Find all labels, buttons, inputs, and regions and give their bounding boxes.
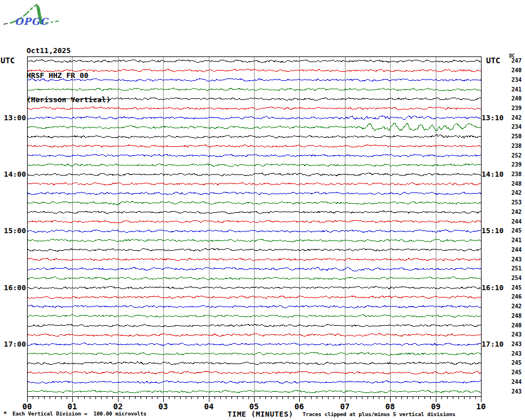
x-tick-09: 09 [426, 402, 446, 411]
x-tick-04: 04 [199, 402, 219, 411]
x-tick-03: 03 [153, 402, 173, 411]
time-axis-label: TIME (MINUTES) [228, 410, 294, 418]
x-tick-08: 08 [380, 402, 400, 411]
footnote-scale: Each Vertical Division = 100.00 microvol… [12, 410, 146, 417]
x-tick-07: 07 [335, 402, 355, 411]
footnote-clipping: Traces clipped at plus/minus 5 vertical … [303, 411, 455, 417]
corner-mark: M [4, 411, 6, 415]
helicorder-page: OPGC Oct11,2025 HRSF HHZ FR 00 (Herisson… [0, 0, 525, 420]
x-tick-10: 10 [471, 402, 491, 411]
x-tick-labels: 0001020304050607080910 [0, 0, 525, 420]
x-tick-02: 02 [108, 402, 128, 411]
x-tick-00: 00 [17, 402, 37, 411]
x-tick-01: 01 [62, 402, 82, 411]
